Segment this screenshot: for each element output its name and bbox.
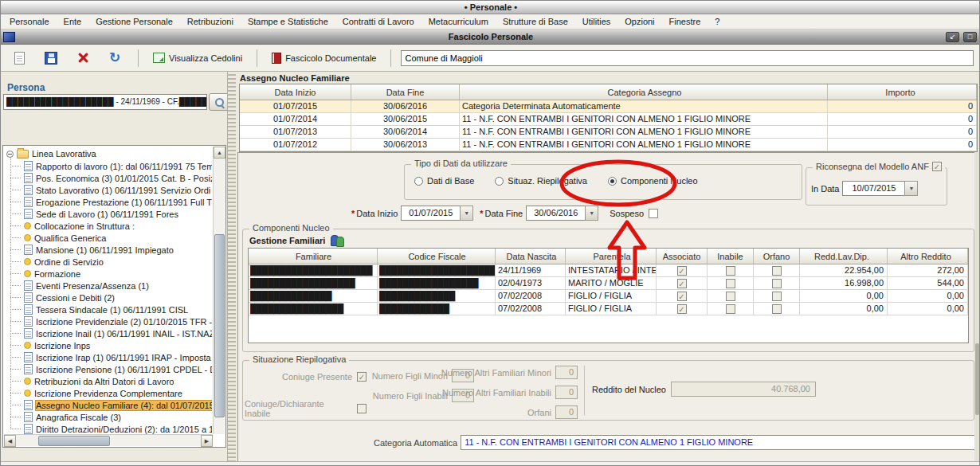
inabile-checkbox[interactable] — [726, 304, 735, 314]
orfano-checkbox[interactable] — [772, 304, 782, 314]
tree-item-eventi-presenza-assenza[interactable]: Eventi Presenza/Assenza (1) — [5, 280, 212, 292]
window-titlebar[interactable]: Fascicolo Personale ↙ □ — [1, 29, 980, 45]
tree-item-label: Qualifica Generica — [34, 233, 107, 243]
tree-item-qualifica-generica[interactable]: Qualifica Generica — [5, 232, 212, 244]
gestione-familiari-header[interactable]: Gestione Familiari — [249, 235, 344, 245]
save-button[interactable] — [37, 48, 65, 69]
tree-item-iscrizione-irap[interactable]: Iscrizione Irap (1) 06/11/1991 IRAP - Im… — [5, 351, 212, 363]
familiari-table-row[interactable]: ████████████████████████████07/02/2008FI… — [249, 303, 968, 315]
tree-item-iscrizione-inail[interactable]: Iscrizione Inail (1) 06/11/1991 INAIL - … — [5, 327, 212, 339]
tree-item-cessioni-e-debiti[interactable]: Cessioni e Debiti (2) — [5, 292, 212, 303]
delete-button[interactable] — [69, 48, 96, 69]
tree-item-diritto-detrazioni-deduzioni[interactable]: Diritto Detrazioni/Deduzioni (2): da 1/2… — [5, 423, 212, 434]
fam-cell: █████████████████████ — [249, 264, 378, 276]
people-icon[interactable] — [330, 235, 344, 245]
chevron-down-icon[interactable]: ▼ — [460, 206, 473, 221]
anf-table-row[interactable]: 01/07/201230/06/201311 - N.F. CON ENTRAM… — [240, 139, 977, 151]
visualizza-cedolini-button[interactable]: Visualizza Cedolini — [148, 50, 247, 65]
familiari-table-row[interactable]: ███████████████████████████07/02/2008FIG… — [249, 290, 968, 303]
in-data-combobox[interactable]: 10/07/2015 ▼ — [842, 181, 918, 196]
menu-item-stampe-e-statistiche[interactable]: Stampe e Statistiche — [241, 15, 335, 28]
riconsegna-checkbox[interactable] — [932, 162, 942, 171]
familiari-table-row[interactable]: ███████████████████████████████████02/04… — [249, 277, 968, 290]
menu-item-opzioni[interactable]: Opzioni — [617, 15, 661, 28]
situazione-field-row: Numero Altri Familiari Inabili0 — [433, 386, 578, 399]
tree-horizontal-scrollbar[interactable]: ◀ ▶ — [4, 434, 213, 446]
tree-item-iscrizione-pensione[interactable]: Iscrizione Pensione (1) 06/11/1991 CPDEL… — [5, 363, 212, 375]
scroll-up-button[interactable]: ▲ — [214, 147, 225, 159]
inabile-checkbox[interactable] — [726, 292, 735, 301]
tree-item-formazione[interactable]: Formazione — [5, 268, 212, 280]
tree-item-iscrizione-previdenziale[interactable]: Iscrizione Previdenziale (2) 01/10/2015 … — [5, 315, 212, 327]
orfano-checkbox[interactable] — [772, 292, 782, 301]
fascicolo-documentale-label: Fascicolo Documentale — [285, 53, 376, 63]
menu-item-ente[interactable]: Ente — [57, 15, 89, 28]
orfano-checkbox[interactable] — [772, 266, 782, 276]
tree-expand-icon[interactable] — [6, 151, 14, 158]
associato-checkbox[interactable] — [677, 266, 687, 276]
fam-cell: 0,00 — [888, 290, 968, 302]
tree-item-retribuzioni-da-altri-datori-di-lavoro[interactable]: Retribuzioni da Altri Datori di Lavoro — [5, 375, 212, 387]
main-vertical-scrollbar[interactable] — [974, 152, 980, 466]
data-fine-combobox[interactable]: 30/06/2016 ▼ — [526, 206, 598, 221]
persona-field[interactable]: ███████████████████ - 24/11/1969 - CF.██… — [3, 94, 207, 110]
chevron-down-icon[interactable]: ▼ — [904, 181, 918, 196]
scrollbar-thumb[interactable] — [214, 234, 225, 417]
tree-item-assegno-nucleo-familiare[interactable]: Assegno Nucleo Familiare (4): dal 01/07/… — [5, 399, 212, 411]
data-inizio-combobox[interactable]: 01/07/2015 ▼ — [401, 206, 473, 221]
scroll-right-button[interactable]: ▶ — [201, 435, 213, 447]
inabile-checkbox[interactable] — [726, 266, 735, 276]
sospeso-checkbox[interactable] — [649, 209, 658, 218]
menu-item-finestre[interactable]: Finestre — [662, 15, 708, 28]
tree-item-mansione[interactable]: Mansione (1) 06/11/1991 Impiegato — [5, 244, 212, 256]
anf-table-row[interactable]: 01/07/201330/06/201411 - N.F. CON ENTRAM… — [240, 126, 977, 139]
orfano-checkbox[interactable] — [772, 279, 782, 288]
anf-table-row[interactable]: 01/07/201530/06/2016Categoria Determinat… — [240, 100, 977, 113]
tree-vertical-scrollbar[interactable]: ▲ — [213, 147, 225, 434]
fascicolo-documentale-button[interactable]: Fascicolo Documentale — [267, 50, 381, 66]
menu-item-retribuzioni[interactable]: Retribuzioni — [180, 15, 241, 28]
numero-altri-familiari-inabili-label: Numero Altri Familiari Inabili — [442, 388, 551, 397]
tree-item-erogazione-prestazione[interactable]: Erogazione Prestazione (1) 06/11/1991 Fu… — [5, 196, 212, 208]
scrollbar-thumb[interactable] — [38, 436, 110, 446]
menu-item-gestione-personale[interactable]: Gestione Personale — [88, 15, 180, 28]
associato-checkbox[interactable] — [677, 304, 687, 314]
chevron-down-icon[interactable]: ▼ — [585, 206, 598, 221]
tree-item-iscrizione-previdenza-complementare[interactable]: Iscrizione Previdenza Complementare — [5, 387, 212, 399]
tree-item-sede-di-lavoro[interactable]: Sede di Lavoro (1) 06/11/1991 Fores — [5, 208, 212, 220]
menu-item-metacurriculum[interactable]: Metacurriculum — [421, 15, 496, 28]
associato-checkbox[interactable] — [677, 292, 687, 301]
refresh-button[interactable]: ↻ — [101, 48, 128, 69]
tree-item-pos-economica[interactable]: Pos. Economica (3) 01/01/2015 Cat. B - P… — [5, 172, 212, 184]
tree-item-stato-lavorativo[interactable]: Stato Lavorativo (1) 06/11/1991 Servizio… — [5, 184, 212, 196]
scrollbar-thumb[interactable] — [975, 343, 979, 415]
numero-altri-familiari-inabili-field: 0 — [555, 386, 578, 399]
panel-splitter[interactable] — [227, 72, 236, 461]
menu-item-[interactable]: ? — [708, 15, 727, 28]
scroll-left-button[interactable]: ◀ — [4, 435, 16, 447]
inabile-checkbox[interactable] — [726, 279, 735, 288]
anf-table-row[interactable]: 01/07/201430/06/201511 - N.F. CON ENTRAM… — [240, 113, 977, 126]
tree-item-rapporto-di-lavoro[interactable]: Rapporto di lavoro (1): dal 06/11/1991 7… — [5, 160, 212, 172]
menu-item-utilities[interactable]: Utilities — [575, 15, 617, 28]
radio-dati-di-base[interactable]: Dati di Base — [414, 176, 474, 186]
new-button[interactable] — [6, 48, 33, 69]
familiari-table-row[interactable]: ████████████████████████████████████████… — [249, 264, 968, 277]
tree-item-anagrafica-fiscale[interactable]: Anagrafica Fiscale (3) — [5, 411, 212, 423]
radio-componenti-nucleo[interactable]: Componenti Nucleo — [608, 176, 698, 186]
tree-item-tessera-sindacale[interactable]: Tessera Sindacale (1) 06/11/1991 CISL — [5, 303, 212, 315]
tree-item-ordine-di-servizio[interactable]: Ordine di Servizio — [5, 256, 212, 268]
restore-window-button[interactable]: ↙ — [946, 32, 959, 42]
ente-input[interactable] — [401, 50, 974, 66]
menu-item-personale[interactable]: Personale — [2, 15, 57, 28]
radio-situaz-riepilogativa[interactable]: Situaz. Riepilogativa — [495, 176, 587, 186]
maximize-window-button[interactable]: □ — [963, 32, 977, 42]
tree-item-collocazione-in-struttura[interactable]: Collocazione in Struttura : — [5, 220, 212, 232]
familiari-table: FamiliareCodice FiscaleData NascitaParen… — [248, 248, 969, 343]
coniuge-presente-label: Coniuge Presente — [282, 372, 352, 382]
tree-item-iscrizione-inps[interactable]: Iscrizione Inps — [5, 339, 212, 351]
menu-item-strutture-di-base[interactable]: Strutture di Base — [496, 15, 575, 28]
associato-checkbox[interactable] — [677, 279, 687, 288]
menu-item-contratti-di-lavoro[interactable]: Contratti di Lavoro — [335, 15, 421, 28]
tree-root[interactable]: Linea Lavorativa — [5, 147, 212, 160]
